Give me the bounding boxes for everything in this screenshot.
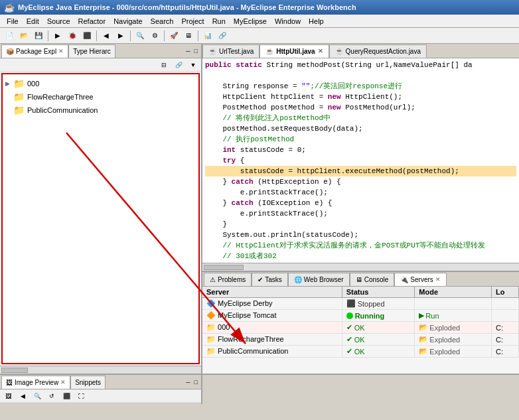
menu-window[interactable]: Window bbox=[271, 16, 305, 27]
tab-urltest[interactable]: ☕ UrlTest.java bbox=[202, 44, 260, 58]
menu-project[interactable]: Project bbox=[177, 16, 208, 27]
menu-source[interactable]: Source bbox=[43, 16, 74, 27]
panel-minimize[interactable]: ─ bbox=[184, 47, 192, 55]
toolbar-forward[interactable]: ▶ bbox=[114, 29, 127, 42]
tab-tasks[interactable]: ✔ Tasks bbox=[252, 273, 288, 286]
image-panel-minimize[interactable]: ─ bbox=[184, 378, 192, 386]
tab-snippets[interactable]: Snippets bbox=[70, 376, 106, 389]
image-preview-close[interactable]: ✕ bbox=[60, 379, 66, 385]
server-status-public: ✔ OK bbox=[342, 346, 415, 358]
toolbar-deploy[interactable]: 🚀 bbox=[167, 29, 181, 42]
server-table-container[interactable]: Server Status Mode Lo 🔷 MyEclipse Derby bbox=[202, 287, 519, 374]
httputil-close[interactable]: ✕ bbox=[318, 48, 323, 54]
toolbar-back[interactable]: ◀ bbox=[100, 29, 113, 42]
left-bottom-panel: 🖼 Image Preview ✕ Snippets ─ □ 🖼 ◀ 🔍 ↺ ⬛… bbox=[0, 374, 202, 404]
run-mode: ▶ Run bbox=[419, 311, 487, 320]
panel-maximize[interactable]: □ bbox=[192, 47, 200, 55]
menu-edit[interactable]: Edit bbox=[23, 16, 43, 27]
toolbar-run[interactable]: ▶ bbox=[51, 29, 64, 42]
toolbar-open[interactable]: 📂 bbox=[17, 29, 31, 42]
menu-navigate[interactable]: Navigate bbox=[110, 16, 146, 27]
tab-problems[interactable]: ⚠ Problems bbox=[204, 273, 252, 286]
server-row-derby[interactable]: 🔷 MyEclipse Derby ⬛ Stopped bbox=[202, 298, 519, 310]
menu-help[interactable]: Help bbox=[305, 16, 328, 27]
editor-scroll-x[interactable] bbox=[202, 263, 519, 271]
tree-item-publiccommunication[interactable]: 📁 PublicCommunication bbox=[5, 104, 196, 117]
image-fullscreen[interactable]: ⛶ bbox=[74, 389, 88, 403]
image-prev[interactable]: ◀ bbox=[16, 389, 29, 403]
bottom-panel-tabs: ⚠ Problems ✔ Tasks 🌐 Web Browser 🖥 Conso… bbox=[202, 272, 519, 287]
tree-item-flowrechargethree[interactable]: 📁 FlowRechargeThree bbox=[5, 90, 196, 104]
servers-close[interactable]: ✕ bbox=[435, 276, 441, 283]
menu-myeclipse[interactable]: MyEclipse bbox=[230, 16, 271, 27]
server-name-000: 📁 000 bbox=[202, 322, 342, 334]
toolbar-settings[interactable]: ⚙ bbox=[148, 29, 161, 42]
image-fit[interactable]: ⬛ bbox=[60, 389, 73, 403]
tab-httputil[interactable]: ☕ HttpUtil.java ✕ bbox=[260, 44, 329, 58]
server-table: Server Status Mode Lo 🔷 MyEclipse Derby bbox=[202, 287, 519, 358]
code-line-17: System.out.println(statusCode); bbox=[205, 230, 516, 240]
menu-refactor[interactable]: Refactor bbox=[74, 16, 110, 27]
menu-file[interactable]: File bbox=[3, 16, 23, 27]
image-reset[interactable]: ↺ bbox=[45, 389, 58, 403]
server-mode-derby bbox=[415, 298, 492, 310]
toolbar-server[interactable]: 🖥 bbox=[182, 29, 195, 42]
menu-run[interactable]: Run bbox=[208, 16, 230, 27]
server-name-flow: 📁 FlowRechargeThree bbox=[202, 334, 342, 346]
toolbar-stop[interactable]: ⬛ bbox=[80, 29, 94, 42]
tab-image-preview[interactable]: 🖼 Image Preview ✕ bbox=[1, 376, 70, 389]
urltest-label: UrlTest.java bbox=[219, 48, 254, 55]
tab-webbrowser[interactable]: 🌐 Web Browser bbox=[288, 273, 350, 286]
package-explorer-tree[interactable]: ▶ 📁 000 📁 FlowRechargeThree 📁 PublicComm… bbox=[1, 73, 200, 364]
tree-item-000[interactable]: ▶ 📁 000 bbox=[5, 77, 196, 90]
toolbar-search[interactable]: 🔍 bbox=[133, 29, 147, 42]
code-line-6: // 将传到此注入postMethod中 bbox=[205, 113, 516, 123]
server-status-derby: ⬛ Stopped bbox=[342, 298, 415, 310]
panel-horizontal-scroll[interactable] bbox=[0, 366, 201, 374]
image-preview-icon: 🖼 bbox=[6, 379, 13, 386]
tab-package-explorer[interactable]: 📦 Package Expl ✕ bbox=[1, 44, 68, 58]
title-bar: ☕ MyEclipse Java Enterprise - 000/src/co… bbox=[0, 0, 519, 15]
toolbar-save[interactable]: 💾 bbox=[32, 29, 45, 42]
image-zoom-out[interactable]: 🔍 bbox=[31, 389, 44, 403]
image-panel-maximize[interactable]: □ bbox=[192, 378, 200, 386]
tab-type-hierarchy[interactable]: Type Hierarc bbox=[68, 44, 115, 58]
exploded-mode-public: 📂 Exploded bbox=[419, 347, 487, 356]
toolbar-extra2[interactable]: 🔗 bbox=[216, 29, 229, 42]
code-line-7: postMethod.setRequestBody(data); bbox=[205, 123, 516, 134]
project-label-flow: FlowRechargeThree bbox=[27, 93, 94, 101]
problems-label: Problems bbox=[218, 276, 246, 283]
project-icon-000: 📁 bbox=[13, 78, 25, 89]
expand-icon-000[interactable]: ▶ bbox=[5, 80, 12, 87]
tab-console[interactable]: 🖥 Console bbox=[350, 273, 395, 286]
menu-search[interactable]: Search bbox=[147, 16, 178, 27]
console-label: Console bbox=[364, 276, 389, 283]
col-status: Status bbox=[342, 287, 415, 298]
toolbar-new[interactable]: 📄 bbox=[3, 29, 16, 42]
panel-menu-btn[interactable]: ▼ bbox=[186, 58, 200, 72]
link-with-editor-btn[interactable]: 🔗 bbox=[172, 58, 185, 72]
server-row-flowrechargethree[interactable]: 📁 FlowRechargeThree ✔ OK 📂 Explod bbox=[202, 334, 519, 346]
code-editor[interactable]: public static String methodPost(String u… bbox=[202, 58, 519, 263]
server-row-publiccommunication[interactable]: 📁 PublicCommunication ✔ OK 📂 Expl bbox=[202, 346, 519, 358]
package-explorer-icon: 📦 bbox=[6, 48, 14, 55]
tasks-label: Tasks bbox=[265, 276, 282, 283]
toolbar-debug[interactable]: 🐞 bbox=[66, 29, 79, 42]
package-explorer-close[interactable]: ✕ bbox=[58, 48, 64, 54]
collapse-all-btn[interactable]: ⊟ bbox=[157, 58, 171, 72]
left-panel: 📦 Package Expl ✕ Type Hierarc ─ □ ⊟ 🔗 ▼ bbox=[0, 44, 202, 374]
server-mode-tomcat: ▶ Run bbox=[415, 310, 492, 322]
server-row-tomcat[interactable]: 🔶 MyEclipse Tomcat Running ▶ Run bbox=[202, 310, 519, 322]
tab-servers[interactable]: 🔌 Servers ✕ bbox=[394, 273, 446, 286]
tab-queryrequestaction[interactable]: ☕ QueryRequestAction.java bbox=[329, 44, 427, 58]
package-explorer-label: Package Expl bbox=[16, 48, 56, 55]
code-line-15: e.printStackTrace(); bbox=[205, 208, 516, 219]
run-icon: ▶ bbox=[419, 311, 424, 320]
window-title: MyEclipse Java Enterprise - 000/src/com/… bbox=[18, 3, 356, 11]
image-zoom-in[interactable]: 🖼 bbox=[1, 389, 15, 403]
server-lo-flow: C: bbox=[492, 334, 519, 346]
toolbar-extra1[interactable]: 📊 bbox=[201, 29, 214, 42]
server-row-000[interactable]: 📁 000 ✔ OK 📂 Exploded bbox=[202, 322, 519, 334]
project-icon-public: 📁 bbox=[13, 105, 25, 115]
editor-tabs: ☕ UrlTest.java ☕ HttpUtil.java ✕ ☕ Query… bbox=[202, 44, 519, 58]
